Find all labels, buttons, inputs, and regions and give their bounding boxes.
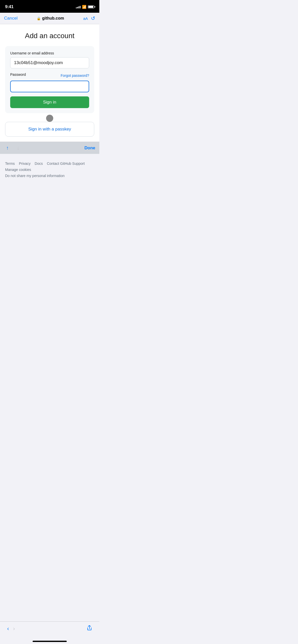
passkey-card: Sign in with a passkey — [5, 122, 94, 137]
divider-dot — [46, 115, 53, 122]
login-form-card: Username or email address Password Forgo… — [5, 46, 94, 113]
aa-button[interactable]: aA — [83, 16, 88, 21]
browser-actions: aA ↺ — [83, 15, 95, 21]
keyboard-toolbar: ↑ ↓ Done — [0, 142, 99, 154]
footer-terms[interactable]: Terms — [5, 162, 15, 166]
status-icons: 📶 — [76, 5, 94, 9]
prev-field-button[interactable]: ↑ — [4, 144, 11, 152]
done-button[interactable]: Done — [85, 145, 96, 151]
signal-icon — [76, 5, 80, 8]
username-label: Username or email address — [10, 51, 89, 55]
status-bar: 9:41 📶 — [0, 0, 99, 13]
password-label: Password — [10, 72, 26, 77]
footer-links: Terms Privacy Docs Contact GitHub Suppor… — [5, 162, 94, 178]
lock-icon: 🔒 — [37, 17, 41, 20]
passkey-link[interactable]: Sign in with a passkey — [28, 127, 71, 131]
battery-icon — [88, 5, 94, 8]
wifi-icon: 📶 — [82, 5, 86, 9]
footer-docs[interactable]: Docs — [35, 162, 43, 166]
footer-manage-cookies[interactable]: Manage cookies — [5, 168, 31, 172]
page-title: Add an account — [5, 32, 94, 40]
forgot-password-link[interactable]: Forgot password? — [61, 74, 89, 78]
status-time: 9:41 — [5, 4, 13, 9]
cancel-button[interactable]: Cancel — [4, 16, 18, 21]
url-bar: 🔒 github.com — [37, 16, 64, 21]
nav-arrows: ↑ ↓ — [4, 144, 21, 152]
url-text: github.com — [42, 16, 64, 21]
main-content: Add an account Username or email address… — [0, 24, 99, 142]
username-input[interactable] — [10, 57, 89, 68]
refresh-button[interactable]: ↺ — [91, 15, 95, 21]
browser-bar: Cancel 🔒 github.com aA ↺ — [0, 13, 99, 24]
next-field-button[interactable]: ↓ — [15, 144, 21, 152]
divider — [5, 115, 94, 122]
footer-do-not-share[interactable]: Do not share my personal information — [5, 174, 64, 178]
signin-button[interactable]: Sign in — [10, 96, 89, 108]
footer-contact-support[interactable]: Contact GitHub Support — [47, 162, 85, 166]
password-input[interactable] — [10, 81, 89, 92]
footer: Terms Privacy Docs Contact GitHub Suppor… — [0, 154, 99, 183]
footer-privacy[interactable]: Privacy — [19, 162, 31, 166]
password-row: Password Forgot password? — [10, 72, 89, 79]
